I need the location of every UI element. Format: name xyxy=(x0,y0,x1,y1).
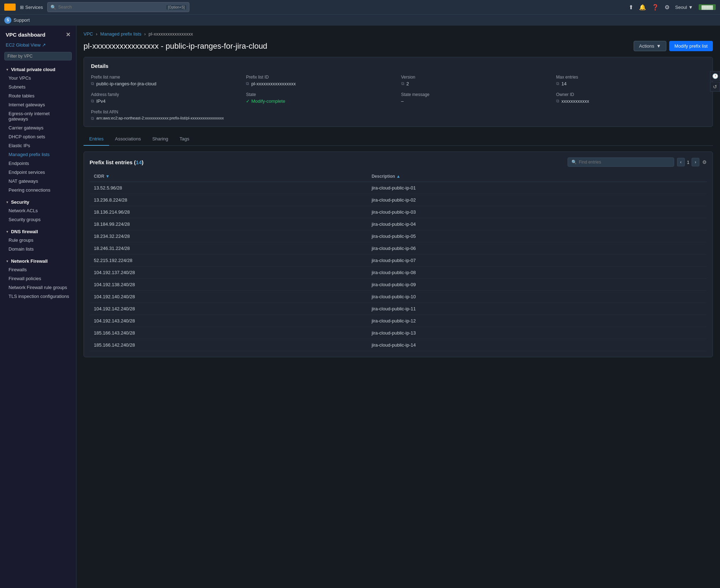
actions-button[interactable]: Actions ▼ xyxy=(634,41,666,51)
search-bar[interactable]: 🔍 [Option+S] xyxy=(47,2,189,12)
cidr-cell: 104.192.138.240/28 xyxy=(90,279,367,291)
upload-icon[interactable]: ⬆ xyxy=(629,4,633,11)
description-cell: jira-cloud-public-ip-12 xyxy=(367,315,707,327)
sidebar-item-domain-lists[interactable]: Domain lists xyxy=(0,245,76,253)
panel-icon-refresh[interactable]: ↺ xyxy=(710,82,720,92)
table-row: 52.215.192.224/28 jira-cloud-public-ip-0… xyxy=(90,255,707,267)
help-icon[interactable]: ❓ xyxy=(652,4,659,11)
description-cell: jira-cloud-public-ip-08 xyxy=(367,267,707,279)
tab-sharing[interactable]: Sharing xyxy=(146,133,174,146)
entries-header: Prefix list entries (14) 🔍 ‹ 1 › ⚙ xyxy=(90,157,707,167)
copy-arn-icon[interactable]: ⧉ xyxy=(91,116,94,121)
breadcrumb-vpc-link[interactable]: VPC xyxy=(84,31,93,37)
cidr-cell: 104.192.137.240/28 xyxy=(90,267,367,279)
main-content: VPC › Managed prefix lists › pl-xxxxxxxx… xyxy=(76,26,720,588)
copy-max-entries-icon[interactable]: ⧉ xyxy=(556,81,559,86)
cidr-cell: 185.166.143.240/28 xyxy=(90,327,367,339)
sidebar-section-security: Security Network ACLs Security groups xyxy=(0,196,76,224)
sidebar-item-dhcp-option-sets[interactable]: DHCP option sets xyxy=(0,132,76,141)
description-cell: jira-cloud-public-ip-05 xyxy=(367,230,707,242)
description-cell: jira-cloud-public-ip-02 xyxy=(367,194,707,206)
support-bar: S Support xyxy=(0,14,720,26)
copy-owner-id-icon[interactable]: ⧉ xyxy=(556,98,559,103)
copy-prefix-list-id-icon[interactable]: ⧉ xyxy=(246,81,249,86)
aws-logo xyxy=(4,4,16,11)
services-button[interactable]: ⊞ Services xyxy=(20,5,43,10)
sidebar-item-rule-groups[interactable]: Rule groups xyxy=(0,236,76,245)
sidebar-item-network-acls[interactable]: Network ACLs xyxy=(0,206,76,215)
sidebar-item-subnets[interactable]: Subnets xyxy=(0,82,76,91)
cidr-cell: 13.52.5.96/28 xyxy=(90,182,367,194)
table-row: 18.136.214.96/28 jira-cloud-public-ip-03 xyxy=(90,206,707,218)
copy-version-icon[interactable]: ⧉ xyxy=(401,81,404,86)
col-cidr[interactable]: CIDR xyxy=(90,171,367,182)
table-row: 104.192.142.240/28 jira-cloud-public-ip-… xyxy=(90,303,707,315)
sidebar-item-egress-only[interactable]: Egress-only internet gateways xyxy=(0,109,76,123)
page-title: pl-xxxxxxxxxxxxxxxxx - public-ip-ranges-… xyxy=(84,42,267,51)
sidebar-item-network-firewall-rule-groups[interactable]: Network Firewall rule groups xyxy=(0,283,76,292)
sidebar-item-security-groups[interactable]: Security groups xyxy=(0,215,76,224)
sidebar-section-security-header[interactable]: Security xyxy=(0,196,76,206)
table-row: 13.52.5.96/28 jira-cloud-public-ip-01 xyxy=(90,182,707,194)
modify-prefix-list-button[interactable]: Modify prefix list xyxy=(669,41,713,51)
search-input[interactable] xyxy=(58,5,164,10)
sidebar-item-tls-inspection[interactable]: TLS inspection configurations xyxy=(0,292,76,301)
sidebar-item-route-tables[interactable]: Route tables xyxy=(0,91,76,100)
description-cell: jira-cloud-public-ip-13 xyxy=(367,327,707,339)
search-entries-input[interactable] xyxy=(579,160,670,165)
panel-icon-clock[interactable]: 🕐 xyxy=(710,71,720,81)
sidebar-section-vpc-header[interactable]: Virtual private cloud xyxy=(0,63,76,74)
table-row: 104.192.143.240/28 jira-cloud-public-ip-… xyxy=(90,315,707,327)
sidebar-item-firewall-policies[interactable]: Firewall policies xyxy=(0,274,76,283)
sidebar-close-button[interactable]: ✕ xyxy=(66,31,70,38)
sidebar-section-dns-firewall-header[interactable]: DNS firewall xyxy=(0,225,76,236)
tab-associations[interactable]: Associations xyxy=(109,133,146,146)
chevron-down-icon: ▼ xyxy=(656,43,661,49)
filter-vpc-container[interactable]: Filter by VPC xyxy=(4,52,72,60)
filter-vpc-select[interactable]: Filter by VPC xyxy=(4,52,72,60)
detail-max-entries: Max entries ⧉ 14 xyxy=(556,75,705,86)
description-cell: jira-cloud-public-ip-01 xyxy=(367,182,707,194)
settings-icon[interactable]: ⚙ xyxy=(665,4,670,11)
bell-icon[interactable]: 🔔 xyxy=(639,4,646,11)
tab-tags[interactable]: Tags xyxy=(174,133,195,146)
sidebar-item-peering-connections[interactable]: Peering connections xyxy=(0,186,76,194)
sidebar-section-network-firewall-header[interactable]: Network Firewall xyxy=(0,255,76,265)
detail-state-message: State message – xyxy=(401,92,550,104)
sidebar-item-elastic-ips[interactable]: Elastic IPs xyxy=(0,141,76,150)
sidebar-item-endpoint-services[interactable]: Endpoint services xyxy=(0,168,76,177)
region-selector[interactable]: Seoul ▼ xyxy=(675,5,693,10)
prev-page-button[interactable]: ‹ xyxy=(677,158,685,166)
cidr-cell: 18.136.214.96/28 xyxy=(90,206,367,218)
search-entries-bar[interactable]: 🔍 xyxy=(568,157,674,167)
table-row: 18.184.99.224/28 jira-cloud-public-ip-04 xyxy=(90,218,707,230)
table-row: 104.192.140.240/28 jira-cloud-public-ip-… xyxy=(90,291,707,303)
description-cell: jira-cloud-public-ip-06 xyxy=(367,242,707,255)
account-button[interactable]: ▓▓▓▓ xyxy=(699,4,716,10)
sidebar-item-firewalls[interactable]: Firewalls xyxy=(0,265,76,274)
entries-section: Prefix list entries (14) 🔍 ‹ 1 › ⚙ xyxy=(84,151,713,357)
search-shortcut: [Option+S] xyxy=(166,5,186,10)
ec2-global-view-link[interactable]: EC2 Global View ↗ xyxy=(0,41,76,49)
cidr-cell: 104.192.142.240/28 xyxy=(90,303,367,315)
sidebar-item-carrier-gateways[interactable]: Carrier gateways xyxy=(0,123,76,132)
entries-table: CIDR Description 13.52.5.96/28 jira-clou… xyxy=(90,171,707,351)
nav-right: ⬆ 🔔 ❓ ⚙ Seoul ▼ ▓▓▓▓ xyxy=(629,4,716,11)
support-icon: S xyxy=(4,17,11,24)
copy-address-family-icon[interactable]: ⧉ xyxy=(91,98,94,103)
breadcrumb-managed-prefix-lists-link[interactable]: Managed prefix lists xyxy=(100,31,141,37)
sidebar-item-nat-gateways[interactable]: NAT gateways xyxy=(0,177,76,186)
sidebar-item-endpoints[interactable]: Endpoints xyxy=(0,159,76,168)
tab-entries[interactable]: Entries xyxy=(84,133,109,146)
copy-prefix-list-name-icon[interactable]: ⧉ xyxy=(91,81,94,86)
next-page-button[interactable]: › xyxy=(692,158,699,166)
breadcrumb-separator-1: › xyxy=(96,31,97,37)
col-description[interactable]: Description xyxy=(367,171,707,182)
state-complete-icon: Modify-complete xyxy=(246,98,285,104)
cidr-cell: 18.246.31.224/28 xyxy=(90,242,367,255)
sidebar-item-internet-gateways[interactable]: Internet gateways xyxy=(0,100,76,109)
sidebar-item-managed-prefix-lists[interactable]: Managed prefix lists xyxy=(0,150,76,159)
table-settings-icon[interactable]: ⚙ xyxy=(702,159,707,165)
support-button[interactable]: S Support xyxy=(4,17,30,24)
sidebar-item-your-vpcs[interactable]: Your VPCs xyxy=(0,74,76,82)
